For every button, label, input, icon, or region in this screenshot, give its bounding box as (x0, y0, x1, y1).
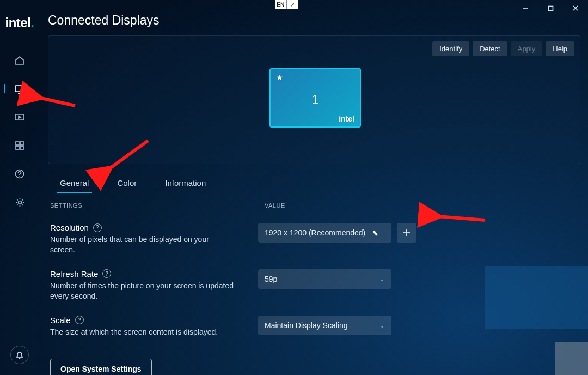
primary-display-star-icon: ★ (276, 73, 283, 82)
chevron-down-icon: ⌄ (379, 322, 385, 329)
refresh-select[interactable]: 59p ⌄ (258, 269, 391, 289)
settings-tabs: General Color Information (48, 174, 407, 193)
grid-icon (15, 141, 24, 150)
info-icon[interactable]: ? (102, 269, 111, 278)
add-custom-resolution-button[interactable] (397, 223, 416, 243)
nav-home[interactable] (0, 52, 39, 69)
monitor-icon (14, 83, 25, 94)
resolution-select[interactable]: 1920 x 1200 (Recommended) ⬉ (258, 223, 391, 243)
resolution-value: 1920 x 1200 (Recommended) (265, 228, 365, 237)
chevron-down-icon: ⌄ (379, 275, 385, 283)
svg-rect-1 (548, 6, 553, 10)
display-tile-1[interactable]: ★ 1 intel (270, 68, 361, 128)
scale-value: Maintain Display Scaling (265, 321, 348, 330)
decorative-square (555, 342, 588, 375)
scale-title: Scale (50, 316, 71, 325)
video-icon (14, 112, 25, 123)
refresh-title: Refresh Rate (50, 269, 98, 279)
nav-help[interactable] (0, 166, 39, 182)
decorative-square (485, 266, 588, 329)
resolution-desc: Number of pixels that can be displayed o… (50, 234, 235, 255)
apply-button: Apply (511, 41, 543, 56)
help-button[interactable]: Help (546, 41, 574, 56)
svg-point-12 (19, 176, 20, 177)
setting-row-resolution: Resolution? Number of pixels that can be… (48, 223, 580, 255)
tab-color[interactable]: Color (116, 174, 138, 193)
svg-point-13 (18, 201, 21, 204)
notifications-button[interactable] (10, 346, 29, 364)
scale-desc: The size at which the screen content is … (50, 327, 235, 337)
refresh-desc: Number of times the picture on your scre… (50, 281, 235, 301)
page-title: Connected Displays (48, 13, 580, 28)
bell-icon (15, 350, 24, 359)
svg-rect-8 (20, 142, 23, 145)
gear-icon (15, 197, 25, 208)
nav-grid[interactable] (0, 137, 39, 154)
header-value: VALUE (258, 202, 476, 209)
sidebar: intel. (0, 0, 39, 375)
info-icon[interactable]: ? (93, 223, 102, 232)
home-icon (14, 55, 25, 66)
svg-rect-10 (20, 146, 23, 149)
lang-expand-icon: ⤢ (287, 0, 298, 9)
column-headers: SETTINGS VALUE (48, 202, 580, 209)
language-code: EN (275, 0, 287, 9)
help-circle-icon (15, 169, 24, 179)
display-number: 1 (271, 92, 360, 107)
display-arrangement-canvas[interactable]: Identify Detect Apply Help ★ 1 intel (48, 35, 580, 164)
resolution-title: Resolution (50, 223, 89, 232)
nav-settings[interactable] (0, 194, 39, 210)
language-indicator[interactable]: EN ⤢ (275, 0, 298, 9)
nav-video[interactable] (0, 109, 39, 125)
nav-display[interactable] (0, 81, 39, 97)
svg-rect-7 (16, 142, 19, 145)
tab-information[interactable]: Information (164, 174, 207, 193)
open-system-settings-button[interactable]: Open System Settings (50, 359, 152, 375)
svg-rect-9 (16, 146, 19, 149)
display-vendor: intel (339, 114, 354, 123)
refresh-value: 59p (265, 275, 277, 283)
identify-button[interactable]: Identify (432, 41, 469, 56)
header-settings: SETTINGS (48, 202, 258, 209)
tab-general[interactable]: General (59, 174, 90, 193)
mouse-cursor-icon: ⬉ (372, 228, 378, 237)
scale-select[interactable]: Maintain Display Scaling ⌄ (258, 316, 391, 335)
plus-icon (402, 228, 411, 237)
info-icon[interactable]: ? (75, 316, 84, 324)
svg-rect-4 (15, 86, 24, 92)
detect-button[interactable]: Detect (473, 41, 507, 56)
brand-logo: intel. (5, 15, 34, 31)
